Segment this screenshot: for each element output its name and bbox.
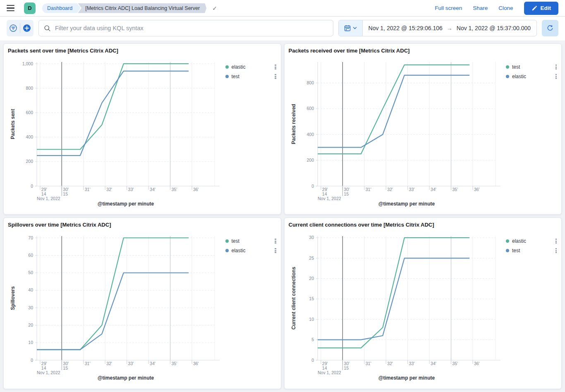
series-line-elastic [37, 64, 189, 149]
date-end[interactable]: Nov 1, 2022 @ 15:37:00.000 [457, 25, 531, 31]
y-tick-label: 50 [28, 270, 33, 275]
legend-item-test[interactable]: test [225, 237, 278, 245]
legend-item-elastic[interactable]: elastic [225, 246, 278, 255]
hour-tick-label: 15 [63, 191, 68, 196]
breadcrumb-current-dashboard[interactable]: [Metrics Citrix ADC] Load Balancing Virt… [78, 3, 206, 13]
calendar-icon [344, 25, 351, 31]
panel-title[interactable]: Packets received over time [Metrics Citr… [289, 48, 410, 54]
y-tick-label: 200 [306, 158, 314, 163]
y-tick-label: 0 [311, 358, 314, 363]
x-tick-label: 31' [365, 361, 371, 366]
date-range-display[interactable]: Nov 1, 2022 @ 15:29:06.106 → Nov 1, 2022… [363, 20, 536, 36]
legend-item-test[interactable]: test [506, 246, 558, 255]
y-tick-label: 15 [309, 296, 314, 301]
legend-actions-icon[interactable] [273, 73, 278, 80]
chart-legend: testelastic [506, 63, 558, 81]
axis-date-label: Nov 1, 2022 [37, 196, 60, 201]
legend-label: test [512, 64, 554, 70]
y-tick-label: 1,000 [22, 61, 33, 66]
x-tick-label: 31' [365, 187, 371, 192]
y-tick-label: 400 [26, 134, 33, 139]
panel-title[interactable]: Packets sent over time [Metrics Citrix A… [8, 48, 118, 54]
x-axis-title: @timestamp per minute [98, 375, 154, 381]
legend-item-elastic[interactable]: elastic [506, 237, 558, 245]
legend-color-dot [506, 239, 509, 243]
panel-title[interactable]: Spillovers over time [Metrics Citrix ADC… [8, 222, 111, 228]
panel-packets-received: Packets received over time [Metrics Citr… [284, 43, 562, 215]
filter-menu-button[interactable] [7, 20, 20, 36]
panel-current-client-connections: Current client connections over time [Me… [284, 218, 562, 389]
legend-item-elastic[interactable]: elastic [506, 72, 558, 81]
chevron-down-icon [353, 26, 357, 30]
series-line-test [37, 238, 189, 349]
y-tick-label: 400 [306, 132, 314, 137]
x-tick-label: 34' [150, 187, 156, 192]
refresh-icon [546, 24, 554, 32]
edit-button-label: Edit [541, 5, 551, 11]
x-tick-label: 34' [431, 187, 436, 192]
legend-actions-icon[interactable] [554, 247, 558, 254]
series-line-test [37, 71, 189, 155]
series-line-elastic [37, 273, 189, 350]
y-tick-label: 0 [31, 184, 33, 189]
legend-item-test[interactable]: test [225, 72, 278, 81]
legend-actions-icon[interactable] [554, 73, 558, 80]
breadcrumb-dashboard[interactable]: Dashboard [42, 3, 81, 13]
x-tick-label: 32' [387, 361, 393, 366]
clone-button[interactable]: Clone [498, 5, 513, 11]
panel-title[interactable]: Current client connections over time [Me… [289, 222, 434, 228]
menu-button[interactable] [7, 2, 18, 14]
hour-tick-label: 15 [344, 366, 349, 370]
legend-actions-icon[interactable] [554, 237, 558, 245]
x-axis-title: @timestamp per minute [378, 375, 435, 381]
panel-spillovers: Spillovers over time [Metrics Citrix ADC… [3, 218, 281, 389]
legend-label: elastic [232, 248, 274, 253]
legend-label: elastic [512, 238, 554, 244]
legend-label: test [232, 74, 274, 79]
legend-label: test [512, 248, 554, 253]
x-tick-label: 35' [172, 361, 177, 366]
x-tick-label: 31' [85, 187, 91, 192]
filter-icon [9, 24, 17, 32]
query-toolbar: Nov 1, 2022 @ 15:29:06.106 → Nov 1, 2022… [0, 17, 565, 41]
date-quick-select-button[interactable] [339, 20, 363, 36]
chart-legend: elastictest [506, 237, 558, 255]
y-tick-label: 0 [31, 358, 33, 363]
legend-label: elastic [232, 64, 274, 70]
axis-date-label: Nov 1, 2022 [318, 370, 341, 375]
axis-date-label: Nov 1, 2022 [318, 196, 341, 201]
legend-actions-icon[interactable] [273, 63, 278, 71]
search-icon [44, 25, 51, 32]
edit-button[interactable]: Edit [524, 2, 559, 15]
legend-item-elastic[interactable]: elastic [225, 63, 278, 71]
share-button[interactable]: Share [473, 5, 488, 11]
refresh-button[interactable] [542, 20, 558, 36]
y-axis-title: Packets sent [10, 109, 16, 139]
y-tick-label: 0 [311, 184, 314, 189]
x-tick-label: 33' [128, 187, 134, 192]
hour-tick-label: 15 [344, 191, 349, 196]
legend-color-dot [506, 75, 509, 78]
axis-date-label: Nov 1, 2022 [37, 370, 60, 375]
legend-actions-icon[interactable] [554, 63, 558, 71]
range-arrow-icon: → [447, 25, 452, 31]
y-tick-label: 70 [28, 235, 33, 240]
x-axis-title: @timestamp per minute [98, 201, 154, 207]
legend-actions-icon[interactable] [273, 247, 278, 254]
chart-legend: elastictest [225, 63, 278, 81]
filter-controls [7, 20, 34, 36]
pencil-icon [531, 5, 537, 11]
legend-item-test[interactable]: test [506, 63, 558, 71]
y-tick-label: 30 [309, 235, 314, 240]
x-tick-label: 33' [409, 361, 414, 366]
space-avatar[interactable]: D [24, 2, 36, 14]
date-start[interactable]: Nov 1, 2022 @ 15:29:06.106 [369, 25, 443, 31]
kql-search-input[interactable] [55, 25, 328, 31]
legend-color-dot [225, 75, 229, 78]
panel-packets-sent: Packets sent over time [Metrics Citrix A… [3, 43, 281, 215]
add-filter-button[interactable] [20, 20, 34, 36]
legend-actions-icon[interactable] [273, 237, 278, 245]
legend-color-dot [225, 249, 229, 252]
y-axis-title: Current client connections [291, 267, 297, 330]
full-screen-button[interactable]: Full screen [435, 5, 462, 11]
